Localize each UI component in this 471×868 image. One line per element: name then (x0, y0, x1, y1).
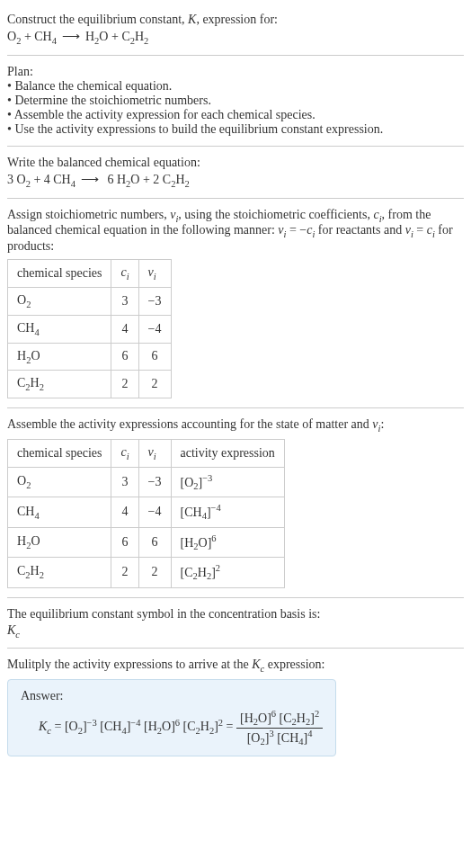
plan-bullet-4: • Use the activity expressions to build … (7, 122, 464, 137)
table-header-row: chemical species ci νi (8, 260, 172, 288)
table-header-row: chemical species ci νi activity expressi… (8, 439, 285, 467)
header-species: chemical species (8, 439, 111, 467)
divider (7, 648, 464, 649)
species-cell: CH4 (8, 497, 111, 527)
nui-cell: 6 (138, 527, 171, 557)
plan-bullet-1: • Balance the chemical equation. (7, 79, 464, 94)
activity-section: Assemble the activity expressions accoun… (7, 412, 464, 593)
eqconst-text: The equilibrium constant symbol in the c… (7, 607, 464, 622)
table-row: O2 3 −3 (8, 287, 172, 315)
ci-cell: 2 (111, 371, 138, 398)
nui-cell: 6 (138, 343, 171, 371)
kc-symbol: Kc (7, 623, 464, 640)
fraction-numerator: [H2O]6 [C2H2]2 (236, 709, 323, 728)
stoichiometric-section: Assign stoichiometric numbers, νi, using… (7, 202, 464, 405)
ci-cell: 2 (111, 558, 138, 587)
header-ci: ci (111, 439, 138, 467)
divider (7, 407, 464, 408)
species-cell: O2 (8, 287, 111, 315)
species-cell: C2H2 (8, 371, 111, 398)
nui-cell: −4 (138, 497, 171, 527)
nui-cell: −3 (138, 467, 171, 497)
equilibrium-constant-section: The equilibrium constant symbol in the c… (7, 602, 464, 645)
table-row: O2 3 −3 [O2]−3 (8, 467, 285, 497)
ci-cell: 3 (111, 287, 138, 315)
header-activity: activity expression (171, 439, 284, 467)
problem-statement: Construct the equilibrium constant, K, e… (7, 7, 464, 51)
species-cell: H2O (8, 343, 111, 371)
divider (7, 597, 464, 598)
balanced-equation: 3 O2 + 4 CH4⟶ 6 H2O + 2 C2H2 (7, 172, 464, 189)
table-row: H2O 6 6 (8, 343, 172, 371)
table-row: C2H2 2 2 (8, 371, 172, 398)
header-ci: ci (111, 260, 138, 288)
plan-heading: Plan: (7, 65, 464, 79)
plan-bullet-3: • Assemble the activity expression for e… (7, 108, 464, 122)
plan-section: Plan: • Balance the chemical equation. •… (7, 59, 464, 142)
activity-table: chemical species ci νi activity expressi… (7, 439, 285, 588)
intro-text: Construct the equilibrium constant, K, e… (7, 13, 464, 27)
species-cell: O2 (8, 467, 111, 497)
balanced-equation-section: Write the balanced chemical equation: 3 … (7, 150, 464, 194)
table-row: CH4 4 −4 [CH4]−4 (8, 497, 285, 527)
unbalanced-equation: O2 + CH4⟶H2O + C2H2 (7, 29, 464, 46)
divider (7, 55, 464, 56)
species-cell: C2H2 (8, 558, 111, 587)
ci-cell: 3 (111, 467, 138, 497)
activity-cell: [C2H2]2 (171, 558, 284, 587)
header-nui: νi (138, 260, 171, 288)
header-species: chemical species (8, 260, 111, 288)
plan-bullet-2: • Determine the stoichiometric numbers. (7, 94, 464, 108)
nui-cell: −3 (138, 287, 171, 315)
ci-cell: 4 (111, 315, 138, 343)
stoichiometric-table: chemical species ci νi O2 3 −3 CH4 4 −4 … (7, 259, 172, 398)
table-row: C2H2 2 2 [C2H2]2 (8, 558, 285, 587)
balance-intro: Write the balanced chemical equation: (7, 156, 464, 170)
divider (7, 146, 464, 147)
table-row: CH4 4 −4 (8, 315, 172, 343)
kc-expression: Kc = [O2]−3 [CH4]−4 [H2O]6 [C2H2]2 = [H2… (39, 709, 323, 747)
activity-cell: [O2]−3 (171, 467, 284, 497)
species-cell: H2O (8, 527, 111, 557)
species-cell: CH4 (8, 315, 111, 343)
table-row: H2O 6 6 [H2O]6 (8, 527, 285, 557)
assign-text: Assign stoichiometric numbers, νi, using… (7, 208, 464, 255)
ci-cell: 6 (111, 527, 138, 557)
multiply-text: Mulitply the activity expressions to arr… (7, 658, 464, 674)
kc-fraction: [H2O]6 [C2H2]2[O2]3 [CH4]4 (236, 709, 323, 747)
header-nui: νi (138, 439, 171, 467)
nui-cell: −4 (138, 315, 171, 343)
ci-cell: 6 (111, 343, 138, 371)
divider (7, 198, 464, 199)
answer-label: Answer: (21, 689, 323, 703)
activity-cell: [H2O]6 (171, 527, 284, 557)
assemble-text: Assemble the activity expressions accoun… (7, 417, 464, 434)
nui-cell: 2 (138, 558, 171, 587)
answer-box: Answer: Kc = [O2]−3 [CH4]−4 [H2O]6 [C2H2… (7, 679, 336, 756)
fraction-denominator: [O2]3 [CH4]4 (236, 729, 323, 747)
ci-cell: 4 (111, 497, 138, 527)
multiply-section: Mulitply the activity expressions to arr… (7, 652, 464, 762)
activity-cell: [CH4]−4 (171, 497, 284, 527)
nui-cell: 2 (138, 371, 171, 398)
